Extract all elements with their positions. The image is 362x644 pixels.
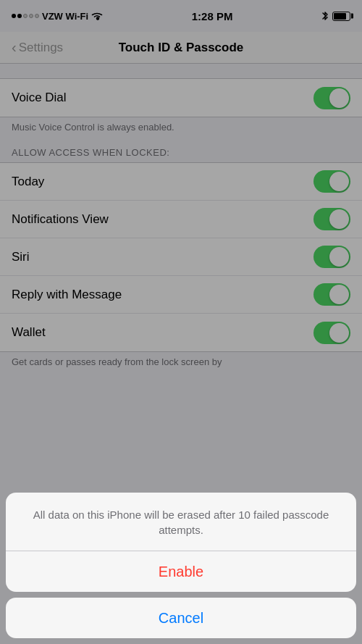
cancel-button[interactable]: Cancel: [6, 598, 356, 638]
alert-box-enable: All data on this iPhone will be erased a…: [6, 493, 356, 592]
enable-button[interactable]: Enable: [6, 551, 356, 592]
alert-message: All data on this iPhone will be erased a…: [6, 493, 356, 551]
alert-box-cancel: Cancel: [6, 598, 356, 638]
alert-container: All data on this iPhone will be erased a…: [0, 487, 362, 644]
